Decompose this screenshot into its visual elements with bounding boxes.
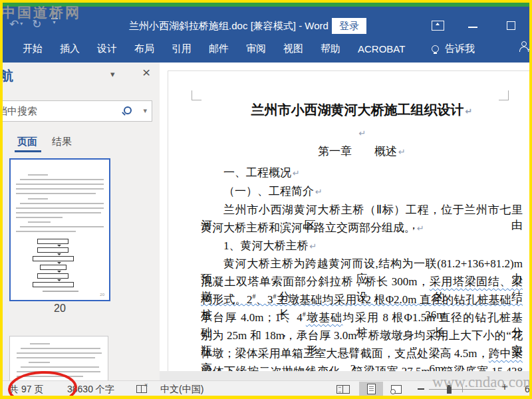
screenshot-root: ↶▾↻▾ 兰州小西湖斜拉桥施组.doc [兼容模式] - Word 登录 开始插… (0, 0, 532, 399)
ribbon-tab-8[interactable]: 视图 (283, 43, 303, 55)
ribbon-tab-6[interactable]: 邮件 (209, 43, 229, 55)
nav-pane-close-icon[interactable]: × (142, 65, 150, 80)
doc-line: 构形式。2#、3#主墩基础均采用 12 根Φ2.0m 直径的钻孔桩基础，桩长 3… (201, 292, 523, 309)
thumbnail-text-line (16, 217, 63, 218)
paragraph-mark: ↵ (315, 187, 323, 197)
minimize-button[interactable] (468, 27, 477, 28)
thumbnail-page-number: 20 (100, 293, 104, 297)
search-icon[interactable] (124, 106, 132, 114)
thumbnail-text-line (21, 348, 100, 349)
ribbon-tab-5[interactable]: 引用 (172, 43, 192, 55)
thumbnail-text-line (28, 221, 51, 223)
thumbnail-text-line (29, 362, 50, 363)
thumbnail-text-line (21, 366, 99, 368)
paragraph-mark: ↵ (359, 128, 366, 138)
doc-line: ↵ (201, 126, 523, 144)
ribbon-tab-3[interactable]: 设计 (97, 43, 117, 55)
window-title: 兰州小西湖斜拉桥施组.doc [兼容模式] - Word (96, 20, 362, 33)
thumbnail-text-line (30, 343, 50, 344)
doc-line: 体墩；梁体采用单箱三室大悬臂截面，支点处梁高 4.5m，跨中梁高 2. 6m， (201, 346, 523, 363)
thumbnail-text-line (16, 231, 76, 232)
tell-me-button[interactable]: 告诉我 (432, 35, 475, 63)
ribbon-tab-2[interactable]: 插入 (60, 43, 80, 55)
proofing-errors-icon[interactable]: × (136, 385, 147, 393)
language-indicator[interactable]: 中文(中国) (160, 384, 203, 396)
doc-line: （一）、工程简介↵ (201, 184, 523, 201)
paragraph-mark: ↵ (398, 147, 406, 157)
watermark-top-left: 中国道桥网 (1, 3, 81, 22)
flowchart-caption-line (43, 291, 78, 292)
frame-green-strip (3, 3, 529, 7)
title-bar: ↶▾↻▾ 兰州小西湖斜拉桥施组.doc [兼容模式] - Word 登录 (3, 7, 529, 35)
maximize-button[interactable] (507, 21, 515, 30)
frame-border-top (0, 0, 532, 3)
frame-border-left (0, 0, 3, 399)
flowchart-box (33, 282, 74, 287)
page-thumbnail-selected[interactable]: 20 (9, 158, 110, 301)
doc-line: 承台厚 4.0m；1#、4#墩基础均采用 8 根Φ1.5m 直径的钻孔桩基础，桩… (201, 310, 523, 327)
thumbnail-text-line (20, 226, 104, 227)
frame-border-bottom (0, 396, 532, 399)
thumbnail-text-line (20, 179, 104, 180)
ribbon-tab-1[interactable]: 开始 (23, 43, 43, 55)
paragraph-mark: ↵ (310, 241, 317, 251)
thumbnail-text-line (28, 198, 48, 200)
thumbnail-text-line (28, 174, 48, 176)
doc-line: 第一章 概述↵ (201, 144, 523, 161)
flowchart-box (37, 239, 68, 244)
doc-line: 黄河大桥主桥和滨河中路立交两部分组成。↵ (201, 220, 523, 237)
nav-pane-dropdown-icon[interactable]: ▾ (110, 69, 115, 79)
ribbon-tab-9[interactable]: 帮助 (321, 43, 340, 55)
navigation-pane: 导航 ▾ × 在文档中搜索 ▾ 页面 结果 20 20 (3, 63, 160, 380)
nav-tab-pages[interactable]: 页面 (17, 136, 37, 148)
paragraph-mark: ↵ (466, 106, 473, 116)
spellcheck-wavy: 墩基础 (306, 311, 343, 324)
person-head-icon (521, 41, 527, 47)
tell-me-label: 告诉我 (445, 43, 475, 55)
doc-line: 1、黄河大桥主桥↵ (201, 238, 523, 255)
page-top-edge (168, 70, 529, 71)
read-mode-icon[interactable] (336, 385, 350, 394)
x-mark-icon: × (144, 382, 148, 388)
navigation-pane-title: 导航 (3, 67, 18, 86)
thumbnail-text-line (16, 212, 101, 213)
ribbon-tab-7[interactable]: 审阅 (246, 43, 266, 55)
thumbnail-text-line (17, 352, 102, 354)
margin-crop-mark-right (499, 90, 509, 100)
zoom-out-button[interactable] (418, 388, 424, 390)
flowchart-box (37, 273, 68, 279)
ribbon-tab-4[interactable]: 布局 (134, 43, 154, 55)
thumbnail-text-line (16, 207, 104, 209)
search-input[interactable]: 在文档中搜索 ▾ (3, 100, 152, 122)
sign-in-button[interactable]: 登录 (332, 18, 366, 34)
ribbon-tab-10[interactable]: ACROBAT (358, 43, 405, 55)
watermark-bottom-right: www.cndao.com (432, 374, 532, 391)
flowchart-box (37, 247, 68, 253)
thumbnail-text-line (20, 203, 104, 204)
print-layout-icon[interactable] (367, 384, 376, 394)
doc-line: 混凝土双塔单索面部分斜拉桥，桥长 300m，采用塔梁固结、梁墩分设的结 (201, 274, 523, 291)
paragraph-mark: ↵ (417, 223, 424, 233)
doc-line: 黄河大桥主桥为跨越黄河而设,结构为一联(81.2+136+81.2)m 预应力 (201, 256, 523, 273)
flowchart-arrow-icon (57, 279, 61, 281)
doc-line: 兰州市小西湖黄河大桥施工组织设计↵ (201, 101, 523, 118)
page-left-edge (168, 70, 168, 371)
doc-line: 一、工程概况↵ (201, 165, 523, 182)
nav-tab-results[interactable]: 结果 (52, 136, 72, 148)
web-layout-icon[interactable] (391, 385, 402, 394)
thumbnail-text-line (16, 184, 104, 185)
thumbnail-label: 20 (9, 303, 110, 315)
doc-line: 兰州市小西湖黄河大桥主桥（Ⅱ标）工程，位于兰州市七里河区，由 (201, 202, 523, 219)
search-dropdown-icon[interactable]: ▾ (143, 106, 147, 115)
frame-border-right (529, 0, 532, 399)
nav-tab-active-underline (15, 150, 41, 152)
search-placeholder: 在文档中搜索 (3, 101, 122, 121)
flowchart-box (33, 256, 74, 261)
document-page[interactable]: 兰州市小西湖黄河大桥施工组织设计↵↵第一章 概述↵一、工程概况↵（一）、工程简介… (160, 63, 529, 380)
ribbon-tabs: 开始插入设计布局引用邮件审阅视图帮助ACROBAT (23, 35, 405, 63)
flowchart-box (40, 265, 66, 270)
up-arrow-icon (436, 23, 440, 25)
lightbulb-icon (432, 45, 439, 53)
ribbon-display-options-icon[interactable] (432, 21, 444, 31)
margin-crop-mark-left (192, 90, 201, 100)
